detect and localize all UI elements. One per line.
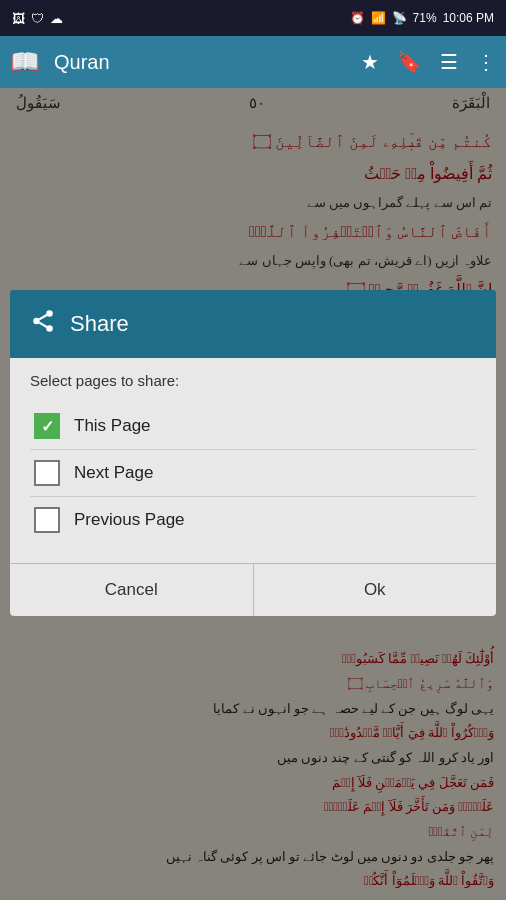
svg-point-1 [33,318,40,325]
share-icon [30,308,56,340]
dialog-title: Share [70,311,129,337]
dialog-body: Select pages to share: This Page Next Pa… [10,358,496,563]
next-page-row[interactable]: Next Page [30,450,476,497]
next-page-checkbox[interactable] [34,460,60,486]
dialog-buttons: Cancel Ok [10,563,496,616]
this-page-row[interactable]: This Page [30,403,476,450]
cancel-button[interactable]: Cancel [10,564,253,616]
status-right: ⏰ 📶 📡 71% 10:06 PM [350,11,494,25]
previous-page-checkbox[interactable] [34,507,60,533]
app-title: Quran [54,51,347,74]
status-left: 🖼 🛡 ☁ [12,11,63,26]
cloud-icon: ☁ [50,11,63,26]
more-icon[interactable]: ⋮ [476,50,496,74]
star-icon[interactable]: ★ [361,50,379,74]
wifi-icon: 📶 [371,11,386,25]
dialog-subtitle: Select pages to share: [30,372,476,389]
next-page-label: Next Page [74,463,153,483]
dialog-title-bar: Share [10,290,496,358]
alarm-icon: ⏰ [350,11,365,25]
previous-page-row[interactable]: Previous Page [30,497,476,543]
shield-icon: 🛡 [31,11,44,26]
this-page-label: This Page [74,416,151,436]
svg-line-3 [39,323,46,327]
share-dialog: Share Select pages to share: This Page N… [10,290,496,616]
toolbar-actions: ★ 🔖 ☰ ⋮ [361,50,496,74]
battery-label: 71% [413,11,437,25]
this-page-checkbox[interactable] [34,413,60,439]
image-icon: 🖼 [12,11,25,26]
ok-button[interactable]: Ok [254,564,497,616]
bookmark-icon[interactable]: 🔖 [397,50,422,74]
signal-icon: 📡 [392,11,407,25]
status-bar: 🖼 🛡 ☁ ⏰ 📶 📡 71% 10:06 PM [0,0,506,36]
toolbar: 📖 Quran ★ 🔖 ☰ ⋮ [0,36,506,88]
menu-icon[interactable]: ☰ [440,50,458,74]
svg-point-2 [46,325,53,332]
quran-icon[interactable]: 📖 [10,48,40,76]
svg-line-4 [39,315,46,319]
svg-point-0 [46,310,53,317]
previous-page-label: Previous Page [74,510,185,530]
time-label: 10:06 PM [443,11,494,25]
